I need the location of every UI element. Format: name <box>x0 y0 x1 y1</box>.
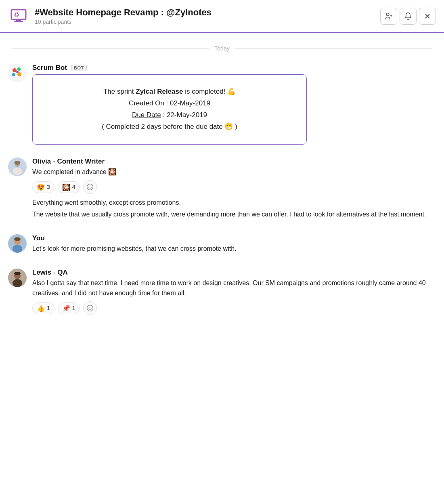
message-text-2: Everything went smoothly, except cross p… <box>32 198 436 208</box>
reaction-count: 4 <box>72 184 75 190</box>
reaction-pin[interactable]: 📌 1 <box>58 302 80 314</box>
message-text: We completed in advance 🎇 <box>32 167 436 177</box>
header-actions <box>380 8 436 25</box>
date-divider: Today <box>12 45 432 52</box>
message-sender: Olivia - Content Writer <box>32 158 436 166</box>
sender-name: Olivia - Content Writer <box>32 158 105 166</box>
avatar-scrum-bot <box>8 64 27 82</box>
participant-count: 10 participants <box>35 19 380 25</box>
reaction-emoji: 👍 <box>37 304 45 312</box>
reaction-sparkle[interactable]: 🎇 4 <box>58 181 80 193</box>
svg-point-12 <box>12 73 15 76</box>
olivia-message-body: Olivia - Content Writer We completed in … <box>32 158 436 221</box>
reactions-row: 😍 3 🎇 4 <box>32 180 436 194</box>
svg-point-10 <box>13 68 17 72</box>
add-reaction-button[interactable] <box>83 301 97 315</box>
chat-area: Today Scrum Bot BOT The sprint Zylcal Re… <box>0 33 444 334</box>
reaction-count: 1 <box>72 305 75 311</box>
svg-point-19 <box>15 161 21 165</box>
channel-icon: ♻ <box>8 6 29 27</box>
reaction-count: 3 <box>47 184 50 190</box>
add-user-button[interactable] <box>380 8 397 25</box>
scrum-bot-message-body: Scrum Bot BOT The sprint Zylcal Release … <box>32 64 436 145</box>
sender-name: Lewis - QA <box>32 269 68 277</box>
message-row: Olivia - Content Writer We completed in … <box>0 155 444 224</box>
svg-point-11 <box>17 67 21 71</box>
header-title-block: #Website Homepage Revamp : @Zylnotes 10 … <box>35 7 380 25</box>
reaction-emoji: 🎇 <box>62 183 70 191</box>
bot-message-card: The sprint Zylcal Release is completed! … <box>32 74 307 145</box>
sender-name: Scrum Bot <box>32 64 67 72</box>
message-text: Let's look for more promising websites, … <box>32 244 436 254</box>
avatar-lewis <box>8 269 27 287</box>
svg-point-29 <box>14 272 21 275</box>
svg-point-25 <box>14 237 21 241</box>
svg-point-31 <box>87 305 93 311</box>
svg-point-20 <box>87 184 93 190</box>
message-row: You Let's look for more promising websit… <box>0 232 444 258</box>
reaction-love-eyes[interactable]: 😍 3 <box>32 181 54 193</box>
reaction-emoji: 😍 <box>37 183 45 191</box>
avatar-you <box>8 234 27 253</box>
message-text-3: The website that we usually cross promot… <box>32 210 436 220</box>
svg-point-14 <box>16 71 19 73</box>
svg-rect-1 <box>16 19 21 21</box>
you-message-body: You Let's look for more promising websit… <box>32 234 436 256</box>
reaction-count: 1 <box>47 305 50 311</box>
reaction-emoji: 📌 <box>62 304 70 312</box>
channel-title: #Website Homepage Revamp : @Zylnotes <box>35 7 380 18</box>
add-reaction-button[interactable] <box>83 180 97 194</box>
svg-point-4 <box>386 13 389 16</box>
svg-point-30 <box>13 279 22 287</box>
close-button[interactable] <box>419 8 436 25</box>
bot-badge: BOT <box>71 65 87 71</box>
sprint-name: Zylcal Release <box>136 88 183 95</box>
svg-rect-2 <box>14 21 23 22</box>
message-row: Scrum Bot BOT The sprint Zylcal Release … <box>0 61 444 147</box>
svg-text:♻: ♻ <box>14 11 19 18</box>
reaction-thumbsup[interactable]: 👍 1 <box>32 302 54 314</box>
bot-card-line-4: ( Completed 2 days before the due date 😁… <box>49 121 290 133</box>
message-sender: Lewis - QA <box>32 269 436 277</box>
notifications-button[interactable] <box>400 8 417 25</box>
message-sender: You <box>32 234 436 242</box>
sender-name: You <box>32 234 45 242</box>
chat-header: ♻ #Website Homepage Revamp : @Zylnotes 1… <box>0 0 444 33</box>
reactions-row: 👍 1 📌 1 <box>32 301 436 315</box>
bot-card-line-3: Due Date : 22-May-2019 <box>49 109 290 121</box>
bot-card-line-1: The sprint Zylcal Release is completed! … <box>49 86 290 98</box>
avatar-olivia <box>8 158 27 176</box>
message-row: Lewis - QA Also I gotta say that next ti… <box>0 266 444 322</box>
message-sender: Scrum Bot BOT <box>32 64 436 72</box>
message-text: Also I gotta say that next time, I need … <box>32 278 436 298</box>
svg-point-26 <box>13 245 22 253</box>
svg-point-18 <box>13 168 22 175</box>
bot-card-line-2: Created On : 02-May-2019 <box>49 98 290 109</box>
lewis-message-body: Lewis - QA Also I gotta say that next ti… <box>32 269 436 319</box>
